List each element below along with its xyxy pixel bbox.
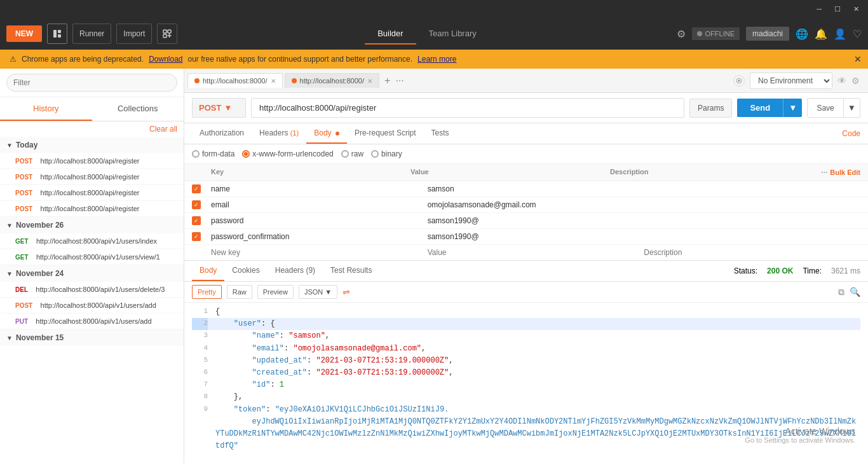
support-icon[interactable]: 👤 [834,28,846,40]
env-settings-icon[interactable]: ⚙ [851,76,860,86]
warning-text: Chrome apps are being deprecated. [22,55,144,64]
user-menu[interactable]: madiachi [746,27,789,41]
raw-button[interactable]: Raw [227,285,252,299]
new-button[interactable]: NEW [6,25,42,42]
tab-history[interactable]: History [0,97,92,121]
section-today[interactable]: ▼ Today [0,137,184,153]
request-tabs: Authorization Headers (1) Body Pre-reque… [184,123,868,144]
url-input[interactable] [251,98,684,118]
no-environment-status [733,75,745,86]
more-tabs-button[interactable]: ··· [395,75,403,86]
send-button[interactable]: Send [737,99,783,117]
tab-close-button[interactable]: ✕ [367,78,372,85]
section-nov26[interactable]: ▼ November 26 [0,217,184,233]
json-content: "updated_at": "2021-03-07T21:53:19.00000… [215,355,453,367]
list-item[interactable]: PUT http://localhost:8000/api/v1/users/a… [0,314,184,329]
row-checkbox[interactable] [192,200,211,209]
new-desc-input[interactable] [644,248,860,257]
layout-icon-button[interactable] [47,24,67,44]
url-tab-2[interactable]: http://localhost:8000/ ✕ [285,73,380,88]
checkbox-checked[interactable] [192,200,201,209]
row-checkbox[interactable] [192,232,211,241]
time-label-text: Time: [803,266,822,275]
list-item[interactable]: POST http://localhost:8000/api/register [0,169,184,185]
tab-body[interactable]: Body [306,123,347,144]
learn-more-link[interactable]: Learn more [417,55,456,64]
tab-collections[interactable]: Collections [92,97,184,121]
save-button[interactable]: Save [807,98,843,118]
tab-close-button[interactable]: ✕ [271,78,276,85]
search-icon[interactable]: 🔍 [850,287,860,297]
radio-binary[interactable]: binary [371,149,402,158]
more-options-icon[interactable]: ··· [821,168,827,177]
radio-form-data[interactable]: form-data [192,149,234,158]
preview-button[interactable]: Preview [257,285,294,299]
method-select[interactable]: POST ▼ [192,98,246,118]
copy-icon[interactable]: ⧉ [838,287,844,298]
bell-icon[interactable]: 🔔 [815,28,827,40]
send-dropdown-button[interactable]: ▼ [783,99,802,117]
checkbox-checked[interactable] [192,216,201,225]
add-tab-button[interactable]: + [381,75,393,86]
tab-pre-request[interactable]: Pre-request Script [347,123,424,144]
request-row: POST ▼ Params Send ▼ Save ▼ [184,93,868,123]
tab-headers[interactable]: Headers (1) [252,123,306,144]
env-eye-icon[interactable]: 👁 [837,76,846,86]
time-value: 3621 ms [831,266,860,275]
list-item[interactable]: GET http://localhost:8000/api/v1/users/v… [0,249,184,265]
search-input[interactable] [6,74,177,92]
code-link[interactable]: Code [842,129,860,138]
send-group: Send ▼ [737,99,802,117]
warning-close-button[interactable]: ✕ [854,54,862,64]
url-tab-1[interactable]: http://localhost:8000/ ✕ [187,73,283,88]
list-item[interactable]: GET http://localhost:8000/api/v1/users/i… [0,233,184,249]
list-item[interactable]: POST http://localhost:8000/api/register [0,201,184,217]
json-line: 3 "name": "samson", [192,330,860,342]
new-key-input[interactable] [211,248,428,257]
table-row: name samson [184,181,868,197]
globe-icon[interactable]: 🌐 [796,28,808,40]
list-item[interactable]: POST http://localhost:8000/api/v1/users/… [0,298,184,314]
tab-cookies[interactable]: Cookies [224,261,267,281]
close-button[interactable]: ✕ [850,4,863,15]
save-dropdown-button[interactable]: ▼ [844,98,860,118]
tab-team-library[interactable]: Team Library [416,24,489,45]
row-checkbox[interactable] [192,216,211,225]
minimize-button[interactable]: ─ [813,4,825,14]
maximize-button[interactable]: ☐ [831,4,844,15]
radio-urlencoded[interactable]: x-www-form-urlencoded [242,149,333,158]
wrap-icon[interactable]: ⇌ [342,287,350,297]
url-tabs-bar: http://localhost:8000/ ✕ http://localhos… [184,69,868,93]
list-item[interactable]: POST http://localhost:8000/api/register [0,185,184,201]
line-number: 1 [192,306,208,318]
section-nov24[interactable]: ▼ November 24 [0,265,184,282]
row-checkbox[interactable] [192,184,211,193]
checkbox-checked[interactable] [192,184,201,193]
format-select[interactable]: JSON ▼ [299,285,337,299]
new-value-input[interactable] [428,248,644,257]
download-link[interactable]: Download [149,55,182,64]
param-key: email [211,200,428,209]
runner-button[interactable]: Runner [72,24,111,44]
params-button[interactable]: Params [689,99,732,118]
tab-test-results[interactable]: Test Results [323,261,379,281]
pretty-button[interactable]: Pretty [192,285,222,299]
radio-raw[interactable]: raw [341,149,363,158]
tab-body-response[interactable]: Body [192,261,224,281]
settings-icon[interactable]: ⚙ [677,28,686,40]
json-line: 5 "updated_at": "2021-03-07T21:53:19.000… [192,355,860,367]
section-nov15[interactable]: ▼ November 15 [0,329,184,346]
list-item[interactable]: POST http://localhost:8000/api/register [0,153,184,169]
checkbox-checked[interactable] [192,232,201,241]
bulk-edit-button[interactable]: Bulk Edit [830,169,860,176]
list-item[interactable]: DEL http://localhost:8000/api/v1/users/d… [0,282,184,298]
tab-builder[interactable]: Builder [365,24,416,45]
new-tab-button[interactable] [157,24,177,44]
import-button[interactable]: Import [116,24,152,44]
tab-headers-response[interactable]: Headers (9) [268,261,323,281]
tab-authorization[interactable]: Authorization [192,123,252,144]
clear-all-button[interactable]: Clear all [149,125,177,134]
environment-select[interactable]: No Environment [750,73,832,89]
tab-tests[interactable]: Tests [424,123,457,144]
heart-icon[interactable]: ♡ [853,28,862,40]
